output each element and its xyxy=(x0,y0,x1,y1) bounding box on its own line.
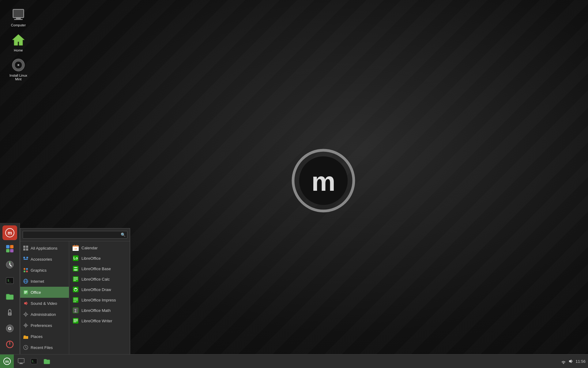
administration-icon xyxy=(23,311,29,317)
svg-rect-15 xyxy=(6,249,9,252)
svg-rect-49 xyxy=(25,316,26,317)
taskbar-show-desktop[interactable] xyxy=(15,355,27,367)
sidebar-grub[interactable]: G xyxy=(2,321,17,336)
svg-rect-72 xyxy=(73,276,78,282)
app-calendar[interactable]: 15 Calendar xyxy=(69,243,130,253)
taskbar-start[interactable]: m xyxy=(0,355,14,368)
svg-rect-44 xyxy=(24,293,26,293)
app-lo-writer[interactable]: LibreOffice Writer xyxy=(69,316,130,326)
category-sound-label: Sound & Video xyxy=(31,301,57,306)
sidebar-files[interactable] xyxy=(2,289,17,304)
svg-rect-89 xyxy=(74,321,78,321)
search-icon: 🔍 xyxy=(121,232,126,237)
category-all-label: All Applications xyxy=(31,246,57,251)
graphics-icon xyxy=(23,267,29,273)
category-administration[interactable]: Administration xyxy=(20,309,69,320)
category-preferences-label: Preferences xyxy=(31,323,52,328)
lo-draw-label: LibreOffice Draw xyxy=(81,287,111,292)
apps-panel: 15 Calendar Lo LibreOffice xyxy=(69,241,130,354)
lo-base-label: LibreOffice Base xyxy=(81,266,111,271)
svg-rect-5 xyxy=(16,18,21,19)
taskbar-terminal[interactable]: $_ xyxy=(28,355,40,367)
svg-rect-31 xyxy=(24,259,28,260)
accessories-icon xyxy=(23,256,29,262)
category-administration-label: Administration xyxy=(31,312,56,317)
home-label: Home xyxy=(14,48,23,52)
lo-writer-icon xyxy=(72,317,79,324)
lo-math-icon: ∑ xyxy=(72,307,79,314)
app-menu: 🔍 All Applications xyxy=(20,228,130,354)
category-office[interactable]: Office xyxy=(20,287,69,298)
app-lo-draw[interactable]: LibreOffice Draw xyxy=(69,284,130,295)
svg-rect-14 xyxy=(10,245,13,248)
sound-icon xyxy=(23,300,29,306)
svg-rect-94 xyxy=(20,363,22,363)
network-icon[interactable] xyxy=(561,358,566,364)
lo-math-label: LibreOffice Math xyxy=(81,308,111,313)
search-input[interactable] xyxy=(23,231,127,239)
svg-rect-27 xyxy=(23,246,25,248)
category-graphics[interactable]: Graphics xyxy=(20,265,69,276)
sidebar-update-manager[interactable] xyxy=(2,257,17,272)
all-apps-icon xyxy=(23,245,29,251)
app-lo-calc[interactable]: LibreOffice Calc xyxy=(69,274,130,284)
svg-rect-6 xyxy=(14,19,23,20)
svg-rect-81 xyxy=(74,298,78,301)
sidebar-mint-button[interactable]: m xyxy=(2,225,17,240)
app-menu-body: All Applications Accessories xyxy=(20,241,130,354)
svg-point-47 xyxy=(25,314,26,315)
desktop-icon-computer[interactable]: Computer xyxy=(6,6,31,28)
svg-rect-51 xyxy=(27,314,28,315)
svg-rect-13 xyxy=(6,245,9,248)
lo-base-icon xyxy=(72,265,79,272)
svg-rect-87 xyxy=(74,319,78,320)
svg-marker-99 xyxy=(569,359,571,363)
libreoffice-label: LibreOffice xyxy=(81,256,101,261)
app-libreoffice[interactable]: Lo LibreOffice xyxy=(69,253,130,263)
calendar-app-icon: 15 xyxy=(72,244,79,251)
recent-icon xyxy=(23,344,29,351)
category-places[interactable]: Places xyxy=(20,331,69,342)
desktop-icon-home[interactable]: Home xyxy=(6,31,31,53)
sidebar-lock[interactable] xyxy=(2,305,17,320)
category-preferences[interactable]: Preferences xyxy=(20,320,69,331)
svg-rect-77 xyxy=(73,287,78,292)
taskbar-files[interactable] xyxy=(41,355,53,367)
svg-point-53 xyxy=(25,325,26,326)
svg-rect-73 xyxy=(74,277,78,278)
svg-marker-7 xyxy=(12,34,24,45)
category-graphics-label: Graphics xyxy=(31,268,47,273)
sidebar-software-manager[interactable] xyxy=(2,241,17,256)
app-lo-math[interactable]: ∑ LibreOffice Math xyxy=(69,305,130,316)
svg-point-37 xyxy=(26,270,28,272)
sidebar-terminal[interactable]: $_ xyxy=(2,273,17,288)
category-recent-label: Recent Files xyxy=(31,345,53,350)
category-accessories-label: Accessories xyxy=(31,257,52,262)
taskbar: m $_ xyxy=(0,354,588,368)
svg-point-33 xyxy=(26,257,28,259)
svg-rect-75 xyxy=(74,279,78,280)
category-recent[interactable]: Recent Files xyxy=(20,342,69,353)
sidebar-power[interactable] xyxy=(2,337,17,352)
svg-point-22 xyxy=(9,313,10,315)
computer-label: Computer xyxy=(11,23,26,27)
svg-rect-93 xyxy=(18,358,24,363)
lo-impress-icon xyxy=(72,297,79,303)
svg-rect-88 xyxy=(74,320,78,320)
category-sound-video[interactable]: Sound & Video xyxy=(20,298,69,309)
clock[interactable]: 11:56 xyxy=(575,359,586,364)
volume-icon[interactable] xyxy=(568,358,574,364)
category-internet[interactable]: Internet xyxy=(20,276,69,287)
desktop-icon-install[interactable]: Install Linux Mint xyxy=(6,56,31,82)
svg-rect-43 xyxy=(24,292,27,293)
svg-rect-56 xyxy=(23,325,24,326)
office-icon xyxy=(23,289,29,295)
svg-rect-50 xyxy=(23,314,24,315)
lo-impress-label: LibreOffice Impress xyxy=(81,298,116,302)
app-lo-impress[interactable]: LibreOffice Impress xyxy=(69,295,130,305)
app-lo-base[interactable]: LibreOffice Base xyxy=(69,263,130,274)
svg-point-98 xyxy=(563,363,564,364)
svg-rect-29 xyxy=(23,248,25,251)
category-all[interactable]: All Applications xyxy=(20,243,69,254)
category-accessories[interactable]: Accessories xyxy=(20,254,69,265)
